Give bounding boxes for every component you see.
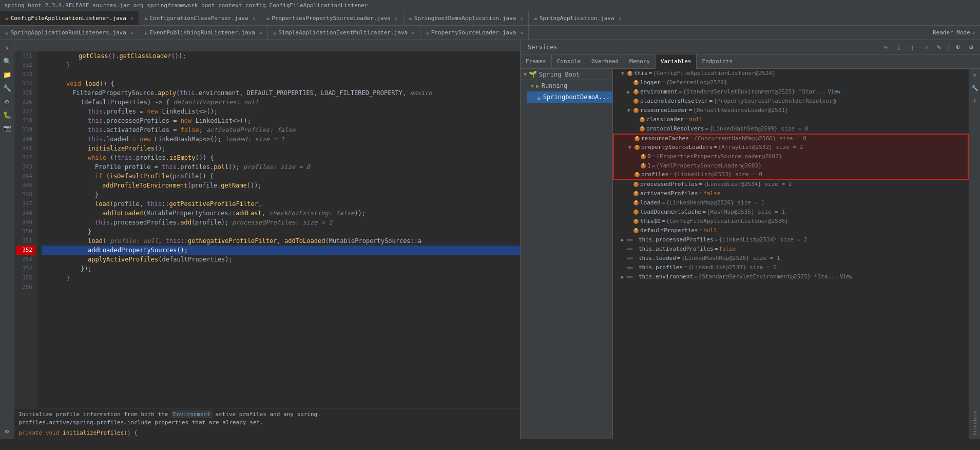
right-panel: Services ↷ ↓ ↑ ⇒ ✎ ⊕ ⚙ Frames Console Ov… bbox=[520, 40, 980, 439]
expand-resourceloader[interactable] bbox=[627, 106, 632, 115]
services-running-item[interactable]: ▼ ▶ Running bbox=[527, 80, 612, 91]
toolbar-btn-1[interactable]: ⚡ bbox=[2, 42, 13, 53]
sidebar-icon-3[interactable]: ↕ bbox=[970, 96, 979, 105]
var-this[interactable]: f this = {ConfigFileApplicationListener@… bbox=[613, 69, 969, 78]
var-loaddocumentscache[interactable]: f loadDocumentsCache = {HashMap@2535} si… bbox=[613, 208, 969, 217]
expand-oo-env[interactable] bbox=[621, 272, 626, 282]
ln-337: 337 bbox=[16, 107, 35, 116]
view-link-2[interactable]: View bbox=[840, 272, 852, 282]
expand-this[interactable] bbox=[621, 69, 626, 78]
code-line-339: this.activatedProfiles = false; activate… bbox=[42, 125, 520, 135]
tab-configfileapplicationlistener[interactable]: ☕ ConfigFileApplicationListener.java ✕ bbox=[0, 11, 139, 26]
var-psl-1[interactable]: f 1 = {YamlPropertySourceLoader@2603} bbox=[613, 161, 969, 171]
tab-endpoints[interactable]: Endpoints bbox=[697, 54, 738, 69]
tab-springbootdemoapplication[interactable]: ☕ SpringbootDemoApplication.java ✕ bbox=[403, 11, 529, 26]
expand-psl[interactable] bbox=[628, 143, 633, 152]
var-protocolresolvers[interactable]: f protocolResolvers = {LinkedHashSet@259… bbox=[613, 124, 969, 134]
tab-memory[interactable]: Memory bbox=[624, 54, 656, 69]
code-line-332: } bbox=[42, 61, 520, 70]
ln-355: 355 bbox=[16, 273, 35, 283]
tab-simpleapplicationeventmulticaster[interactable]: ☕ SimpleApplicationEventMulticaster.java… bbox=[268, 26, 420, 40]
expand-oo-pp[interactable] bbox=[621, 235, 626, 245]
structure-label[interactable]: Structure bbox=[970, 408, 979, 439]
tab-bar-row2: ☕ SpringApplicationRunListeners.java ✕ ☕… bbox=[0, 26, 980, 40]
code-line-352: addLoadedPropertySources(); bbox=[42, 246, 520, 255]
tab-close[interactable]: ✕ bbox=[395, 15, 398, 21]
code-line-341: initializeProfiles(); bbox=[42, 144, 520, 153]
tab-close[interactable]: ✕ bbox=[259, 30, 262, 35]
reader-mode-check: ✓ bbox=[972, 29, 976, 36]
tab-propertiespropertysourceloader[interactable]: ☕ PropertiesPropertySourceLoader.java ✕ bbox=[261, 11, 403, 26]
ln-353: 353 bbox=[16, 255, 35, 264]
tab-eventpublishingrunlistener[interactable]: ☕ EventPublishingRunListener.java ✕ bbox=[139, 26, 268, 40]
tab-frames[interactable]: Frames bbox=[521, 54, 552, 69]
tab-springapplication[interactable]: ☕ SpringApplication.java ✕ bbox=[529, 11, 627, 26]
ln-347: 347 bbox=[16, 199, 35, 209]
var-oo-processedprofiles[interactable]: ∞∞ this.processedProfiles = {LinkedList@… bbox=[613, 235, 969, 245]
tab-close[interactable]: ✕ bbox=[412, 30, 415, 35]
var-oo-environment[interactable]: ∞∞ this.environment = {StandardServletEn… bbox=[613, 272, 969, 282]
tab-close[interactable]: ✕ bbox=[253, 15, 256, 21]
var-profiles[interactable]: f profiles = {LinkedList@2533} size = 0 bbox=[613, 171, 969, 180]
services-app-item[interactable]: ☕ SpringbootDemoA... bbox=[527, 91, 612, 103]
var-this0[interactable]: f this$0 = {ConfigFileApplicationListene… bbox=[613, 217, 969, 226]
tab-variables[interactable]: Variables bbox=[656, 54, 697, 69]
ln-341: 341 bbox=[16, 144, 35, 153]
tab-close[interactable]: ✕ bbox=[520, 30, 523, 35]
code-line-350: } bbox=[42, 227, 520, 236]
view-link[interactable]: View bbox=[828, 87, 840, 97]
ln-349: 349 bbox=[16, 218, 35, 227]
tab-close[interactable]: ✕ bbox=[520, 15, 523, 21]
var-oo-activatedprofiles[interactable]: ∞∞ this.activatedProfiles = false bbox=[613, 245, 969, 254]
reader-mode-label[interactable]: Reader Mode bbox=[933, 29, 970, 36]
var-propertysourceloaders[interactable]: f propertySourceLoaders = {ArrayList@253… bbox=[613, 143, 969, 152]
top-bar-path: spring-boot-2.3.4.RELEASE-sources.jar or… bbox=[4, 2, 368, 9]
var-loaded[interactable]: f loaded = {LinkedHashMap@2526} size = 1 bbox=[613, 198, 969, 208]
tab-overhead[interactable]: Overhead bbox=[586, 54, 624, 69]
tab-close[interactable]: ✕ bbox=[130, 15, 133, 21]
line-numbers: 331 332 333 334 335 336 337 338 339 340 … bbox=[14, 51, 37, 408]
var-defaultproperties[interactable]: f defaultProperties = null bbox=[613, 226, 969, 235]
toolbar-btn-4[interactable]: 🔧 bbox=[2, 82, 13, 93]
var-psl-0[interactable]: f 0 = {PropertiesPropertySourceLoader@26… bbox=[613, 152, 969, 161]
debug-run-cursor[interactable]: ⇒ bbox=[920, 42, 931, 53]
debug-evaluate[interactable]: ✎ bbox=[933, 42, 945, 53]
expand-environment[interactable] bbox=[627, 87, 632, 97]
ln-351: 351 bbox=[16, 236, 35, 246]
var-processedprofiles[interactable]: f processedProfiles = {LinkedList@2534} … bbox=[613, 180, 969, 189]
tab-propertysourceloader[interactable]: ☕ PropertySourceLoader.java ✕ bbox=[420, 26, 529, 40]
var-oo-loaded[interactable]: ∞∞ this.loaded = {LinkedHashMap@2526} si… bbox=[613, 254, 969, 263]
debug-settings[interactable]: ⚙ bbox=[966, 42, 977, 53]
debug-step-over[interactable]: ↷ bbox=[880, 42, 891, 53]
var-resourcecaches[interactable]: f resourceCaches = {ConcurrentHashMap@25… bbox=[613, 134, 969, 143]
debug-step-into[interactable]: ↓ bbox=[893, 42, 905, 53]
toolbar-btn-bottom[interactable]: ⚙ bbox=[2, 425, 13, 437]
toolbar-btn-6[interactable]: 📷 bbox=[2, 122, 13, 134]
var-logger[interactable]: f logger = {DeferredLog@2529} bbox=[613, 78, 969, 87]
debug-filter[interactable]: ⊕ bbox=[952, 42, 964, 53]
toolbar-btn-2[interactable]: 🔍 bbox=[2, 55, 13, 67]
ln-356: 356 bbox=[16, 283, 35, 292]
var-placeholdersresolver[interactable]: f placeholdersResolver = {PropertySource… bbox=[613, 97, 969, 106]
var-environment[interactable]: f environment = {StandardServletEnvironm… bbox=[613, 87, 969, 97]
tab-close[interactable]: ✕ bbox=[130, 30, 133, 35]
code-content[interactable]: getClass().getClassLoader()); } void loa… bbox=[37, 51, 520, 408]
tab-close[interactable]: ✕ bbox=[619, 15, 622, 21]
toolbar-btn-5[interactable]: ⚙ bbox=[2, 96, 13, 107]
sidebar-icon-2[interactable]: 🔧 bbox=[970, 83, 979, 92]
var-oo-profiles[interactable]: ∞∞ this.profiles = {LinkedList@2533} siz… bbox=[613, 263, 969, 272]
var-classloader[interactable]: f classLoader = null bbox=[613, 115, 969, 124]
toolbar-btn-3[interactable]: 📁 bbox=[2, 69, 13, 80]
code-line-331: getClass().getClassLoader()); bbox=[42, 51, 520, 61]
toolbar-btn-debug[interactable]: 🐛 bbox=[2, 109, 13, 120]
tab-springapplicationrunlisteners[interactable]: ☕ SpringApplicationRunListeners.java ✕ bbox=[0, 26, 139, 40]
debug-step-out[interactable]: ↑ bbox=[907, 42, 918, 53]
spring-boot-label: Spring Boot bbox=[539, 71, 580, 78]
sidebar-icon-1[interactable]: ≡ bbox=[970, 71, 979, 80]
ln-331: 331 bbox=[16, 51, 35, 61]
top-bar: spring-boot-2.3.4.RELEASE-sources.jar or… bbox=[0, 0, 980, 11]
var-activatedprofiles[interactable]: f activatedProfiles = false bbox=[613, 189, 969, 198]
tab-configurationclassparser[interactable]: ☕ ConfigurationClassParser.java ✕ bbox=[139, 11, 261, 26]
tab-console[interactable]: Console bbox=[552, 54, 586, 69]
var-resourceloader[interactable]: f resourceLoader = {DefaultResourceLoade… bbox=[613, 106, 969, 115]
